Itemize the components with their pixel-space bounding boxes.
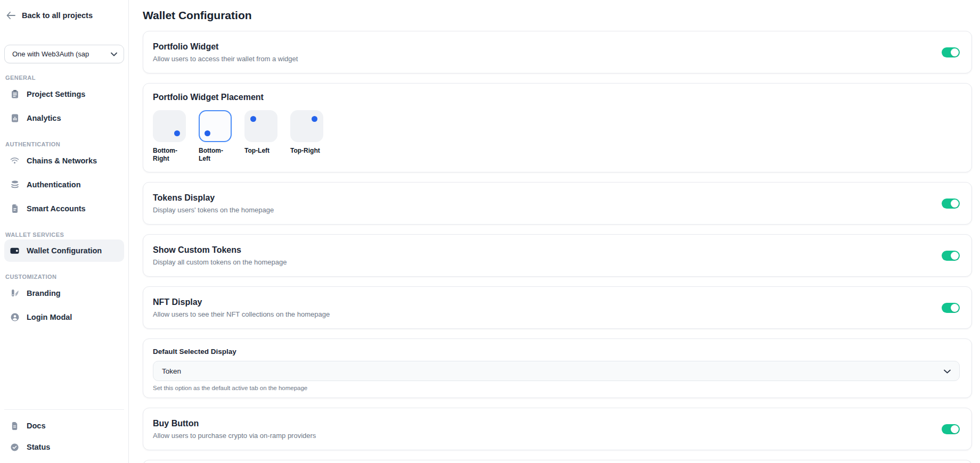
sidebar-footer: Docs Status (4, 409, 124, 463)
sidebar-item-label: Chains & Networks (27, 156, 97, 165)
section-label-customization: CUSTOMIZATION (4, 274, 124, 281)
sidebar-item-analytics[interactable]: Analytics (4, 106, 124, 130)
wallet-icon (10, 246, 20, 256)
card-title: Buy Button (153, 419, 316, 428)
toggle-knob (951, 304, 959, 312)
nft-display-card: NFT Display Allow users to see their NFT… (143, 286, 972, 329)
card-description: Allow users to purchase crypto via on-ra… (153, 432, 316, 440)
clipboard-icon (10, 89, 20, 99)
placement-option-top-left[interactable]: Top-Left (244, 110, 277, 163)
card-title: Show Custom Tokens (153, 245, 287, 255)
show-custom-tokens-text: Show Custom Tokens Display all custom to… (153, 245, 287, 266)
sidebar-item-chains-networks[interactable]: Chains & Networks (4, 148, 124, 172)
sidebar-item-login-modal[interactable]: Login Modal (4, 305, 124, 329)
next-card-partial (143, 460, 972, 463)
card-description: Display users' tokens on the homepage (153, 206, 274, 214)
placement-dot (205, 130, 210, 136)
card-description: Allow users to access their wallet from … (153, 55, 298, 63)
portfolio-widget-toggle[interactable] (942, 47, 960, 57)
sidebar-item-smart-accounts[interactable]: Smart Accounts (4, 196, 124, 220)
card-title: Tokens Display (153, 193, 274, 203)
sidebar-item-wallet-configuration[interactable]: Wallet Configuration (4, 239, 124, 262)
sidebar-item-project-settings[interactable]: Project Settings (4, 82, 124, 106)
section-label-general: GENERAL (4, 75, 124, 82)
user-circle-icon (10, 312, 20, 322)
database-icon (10, 179, 20, 189)
nft-display-toggle[interactable] (942, 303, 960, 313)
project-selector[interactable]: One with Web3Auth (sap (4, 45, 124, 63)
analytics-icon (10, 113, 20, 123)
toggle-knob (951, 48, 959, 56)
sidebar-item-label: Analytics (27, 114, 61, 122)
tokens-display-toggle[interactable] (942, 199, 960, 209)
sidebar: Back to all projects One with Web3Auth (… (0, 0, 129, 463)
project-selector-value: One with Web3Auth (sap (12, 50, 89, 58)
check-circle-icon (10, 442, 20, 452)
show-custom-tokens-card: Show Custom Tokens Display all custom to… (143, 234, 972, 277)
card-description: Allow users to see their NFT collections… (153, 310, 330, 318)
placement-option-label: Top-Right (290, 147, 323, 155)
sidebar-item-label: Smart Accounts (27, 204, 86, 213)
back-link-label: Back to all projects (22, 11, 93, 20)
nft-display-text: NFT Display Allow users to see their NFT… (153, 297, 330, 318)
portfolio-widget-card: Portfolio Widget Allow users to access t… (143, 31, 972, 73)
brush-icon (10, 288, 20, 298)
placement-dot (250, 116, 256, 122)
placement-dot (174, 130, 180, 136)
select-helper-text: Set this option as the default active ta… (153, 385, 960, 391)
sidebar-item-label: Docs (27, 421, 45, 430)
section-label-wallet-services: WALLET SERVICES (4, 232, 124, 239)
page-title: Wallet Configuration (143, 9, 972, 22)
card-title: Portfolio Widget Placement (153, 93, 960, 102)
buy-button-toggle[interactable] (942, 424, 960, 434)
sidebar-item-label: Wallet Configuration (27, 246, 102, 255)
select-value: Token (162, 367, 181, 375)
chevron-down-icon (111, 50, 117, 58)
sidebar-item-docs[interactable]: Docs (4, 415, 124, 436)
select-field-label: Default Selected Display (153, 348, 960, 355)
placement-option-bottom-left[interactable]: Bottom-Left (199, 110, 232, 163)
toggle-knob (951, 252, 959, 260)
sidebar-item-authentication[interactable]: Authentication (4, 172, 124, 196)
placement-options: Bottom-Right Bottom-Left Top-Left (153, 110, 960, 163)
arrow-left-icon (6, 12, 15, 19)
show-custom-tokens-toggle[interactable] (942, 251, 960, 261)
placement-option-bottom-right[interactable]: Bottom-Right (153, 110, 186, 163)
card-description: Display all custom tokens on the homepag… (153, 258, 287, 266)
placement-preview-box (244, 110, 277, 142)
cards-list: Portfolio Widget Allow users to access t… (143, 31, 972, 463)
toggle-knob (951, 200, 959, 208)
sidebar-item-status[interactable]: Status (4, 436, 124, 458)
placement-preview-box (199, 110, 232, 142)
card-title: NFT Display (153, 297, 330, 307)
back-to-projects-link[interactable]: Back to all projects (4, 10, 124, 21)
sidebar-item-label: Login Modal (27, 313, 72, 321)
buy-button-text: Buy Button Allow users to purchase crypt… (153, 419, 316, 440)
toggle-knob (951, 425, 959, 433)
placement-option-top-right[interactable]: Top-Right (290, 110, 323, 163)
portfolio-widget-placement-card: Portfolio Widget Placement Bottom-Right … (143, 83, 972, 172)
main-content: Wallet Configuration Portfolio Widget Al… (129, 0, 980, 463)
default-display-select[interactable]: Token (153, 361, 960, 381)
placement-preview-box (153, 110, 186, 142)
doc-icon (10, 421, 20, 431)
tokens-display-card: Tokens Display Display users' tokens on … (143, 182, 972, 225)
sidebar-item-label: Project Settings (27, 90, 85, 98)
placement-preview-box (290, 110, 323, 142)
default-selected-display-card: Default Selected Display Token Set this … (143, 338, 972, 398)
section-label-authentication: AUTHENTICATION (4, 141, 124, 148)
placement-dot (312, 116, 317, 122)
placement-option-label: Bottom-Right (153, 147, 186, 163)
sidebar-item-branding[interactable]: Branding (4, 281, 124, 305)
chevron-down-icon (944, 367, 951, 375)
portfolio-widget-text: Portfolio Widget Allow users to access t… (153, 42, 298, 63)
card-title: Portfolio Widget (153, 42, 298, 52)
buy-button-card: Buy Button Allow users to purchase crypt… (143, 408, 972, 450)
wifi-icon (10, 155, 20, 166)
tokens-display-text: Tokens Display Display users' tokens on … (153, 193, 274, 214)
file-icon (10, 203, 20, 213)
placement-option-label: Top-Left (244, 147, 277, 155)
sidebar-item-label: Authentication (27, 180, 81, 189)
sidebar-item-label: Status (27, 443, 50, 451)
sidebar-item-label: Branding (27, 289, 61, 297)
